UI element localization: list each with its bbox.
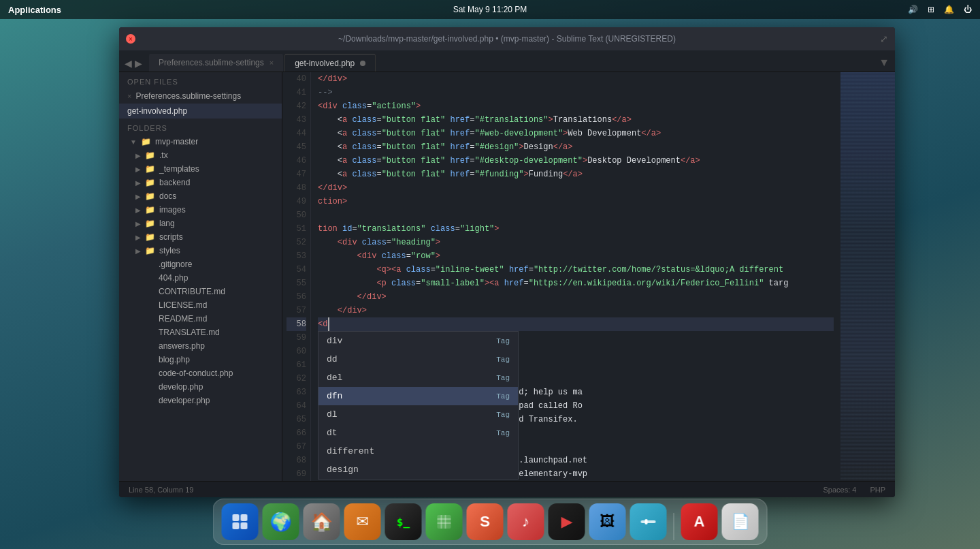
tab-preferences-close[interactable]: × [270,59,274,67]
folders-label: FOLDERS [119,119,282,135]
sidebar-item-tx[interactable]: ▶ 📁 .tx [119,148,282,162]
tab-get-involved[interactable]: get-involved.php [284,54,376,72]
sidebar-item-license[interactable]: LICENSE.md [119,298,282,312]
code-line-47: <a class="button flat" href="#funding">F… [318,168,834,181]
sidebar-item-blog[interactable]: blog.php [119,353,282,366]
autocomplete-dropdown: div Tag dd Tag del Tag dfn Tag dl Tag [318,331,519,480]
sidebar-item-docs[interactable]: ▶ 📁 docs [119,189,282,203]
dock-item-spreadsheet[interactable] [426,503,463,540]
code-line-55: <p class="small-label"><a href="https://… [318,277,834,290]
sidebar-root-folder[interactable]: ▼ 📁 mvp-master [119,135,282,148]
code-line-56: </div> [318,290,834,304]
dock-item-media[interactable]: ▶ [549,503,585,540]
ac-label: dt [327,428,338,438]
ac-item-dfn[interactable]: dfn Tag [318,387,518,405]
folder-icon: 📁 [145,205,155,215]
sidebar-item-gitignore[interactable]: .gitignore [119,257,282,271]
sidebar-item-templates[interactable]: ▶ 📁 _templates [119,162,282,176]
dock-item-multitasking[interactable] [222,503,259,540]
ac-item-dd[interactable]: dd Tag [318,350,518,368]
dock-item-music[interactable]: ♪ [508,503,544,540]
code-line-44: <a class="button flat" href="#web-develo… [318,127,834,140]
sidebar-item-styles[interactable]: ▶ 📁 styles [119,244,282,257]
open-files-label: OPEN FILES [119,72,282,89]
notifications-icon[interactable]: 🔔 [944,5,954,14]
sidebar-open-file-get-involved[interactable]: get-involved.php [119,104,282,119]
ac-label: design [327,465,359,475]
tab-scroll-right[interactable]: ▼ [879,57,889,72]
code-line-51: tion id="translations" class="light"> [318,222,834,236]
svg-rect-3 [241,522,248,529]
dock-item-sublime[interactable]: S [467,503,504,540]
file-label: 404.php [159,273,188,283]
file-label: develop.php [159,382,203,392]
line-num-55: 55 [287,277,306,290]
chevron-right-icon: ▶ [135,206,141,214]
sidebar-item-coc[interactable]: code-of-conduct.php [119,366,282,380]
sidebar-item-developer[interactable]: developer.php [119,394,282,407]
display-icon[interactable]: ⊞ [928,5,934,14]
tab-dirty-indicator [360,61,365,66]
sidebar-item-lang[interactable]: ▶ 📁 lang [119,217,282,230]
ac-label: dd [327,354,338,364]
line-num-46: 46 [287,154,306,168]
sidebar-item-contribute[interactable]: CONTRIBUTE.md [119,285,282,298]
line-num-45: 45 [287,140,306,154]
line-num-48: 48 [287,181,306,195]
window-close-button[interactable]: × [126,34,135,44]
line-num-68: 68 [287,454,306,467]
ac-item-div[interactable]: div Tag [318,332,518,350]
sidebar-item-answers[interactable]: answers.php [119,339,282,353]
title-bar: × ~/Downloads/mvp-master/get-involved.ph… [119,27,895,50]
folder-label: images [159,205,186,215]
ac-item-dl[interactable]: dl Tag [318,405,518,424]
sidebar-item-backend[interactable]: ▶ 📁 backend [119,176,282,189]
file-label: TRANSLATE.md [159,328,220,337]
dock-item-email[interactable]: ✉ [344,503,381,540]
file-label: LICENSE.md [159,300,207,310]
ac-item-dt[interactable]: dt Tag [318,424,518,442]
sidebar-item-translate[interactable]: TRANSLATE.md [119,326,282,339]
line-num-67: 67 [287,440,306,454]
sidebar-item-404[interactable]: 404.php [119,271,282,285]
ac-kind: Tag [496,429,510,437]
nav-left-arrow[interactable]: ◀ [125,58,132,69]
folder-icon: 📁 [145,151,155,160]
sidebar-item-develop[interactable]: develop.php [119,380,282,394]
sidebar-item-scripts[interactable]: ▶ 📁 scripts [119,230,282,244]
code-line-40: </div> [318,72,834,86]
close-icon[interactable]: × [127,92,131,100]
tab-preferences[interactable]: Preferences.sublime-settings × [149,54,283,72]
folder-icon: 📁 [145,232,155,242]
nav-right-arrow[interactable]: ▶ [135,58,142,69]
dock-item-files[interactable]: 🏠 [304,503,340,540]
code-line-53: <div class="row"> [318,249,834,263]
line-num-56: 56 [287,290,306,304]
dock-item-appstore[interactable]: A [681,503,718,540]
applications-menu[interactable]: Applications [8,5,61,15]
folder-icon: 📁 [145,191,155,201]
dock-item-settings[interactable] [630,503,667,540]
dock-item-documents[interactable]: 📄 [722,503,759,540]
ac-item-del[interactable]: del Tag [318,368,518,387]
window-expand-button[interactable]: ⤢ [880,33,888,44]
code-area: 40 41 42 43 44 45 46 47 48 49 50 51 52 5… [282,72,895,481]
sidebar-item-images[interactable]: ▶ 📁 images [119,203,282,217]
ac-label: del [327,373,342,383]
chevron-right-icon: ▶ [135,193,141,200]
line-num-59: 59 [287,331,306,345]
folder-label: docs [159,191,176,201]
folder-label: scripts [159,232,183,242]
dock-item-terminal[interactable]: $_ [385,503,422,540]
folder-label: .tx [159,151,168,160]
dock-item-browser[interactable]: 🌍 [263,503,299,540]
volume-icon[interactable]: 🔊 [908,5,918,14]
dock-item-photos[interactable]: 🖼 [589,503,626,540]
power-icon[interactable]: ⏻ [964,5,972,14]
ac-item-design[interactable]: design [318,460,518,479]
tab-get-involved-label: get-involved.php [295,59,355,68]
line-num-42: 42 [287,99,306,113]
sidebar-item-readme[interactable]: README.md [119,312,282,326]
sidebar-open-file-preferences[interactable]: × Preferences.sublime-settings [119,89,282,104]
ac-item-different[interactable]: different [318,442,518,460]
